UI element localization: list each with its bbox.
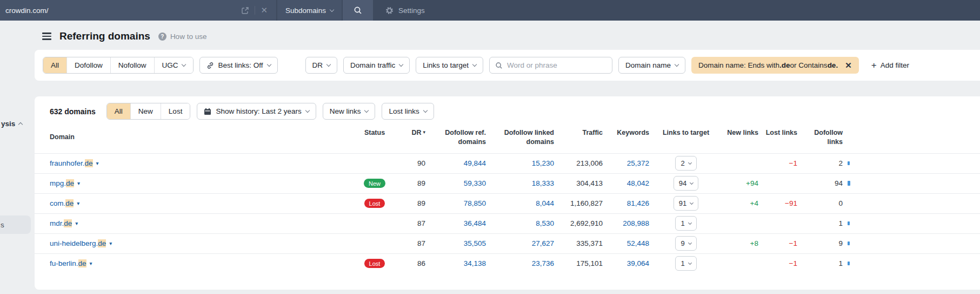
col-dofollow-linked-domains: Dofollow linked domains — [486, 128, 554, 147]
col-keywords: Keywords — [603, 128, 649, 147]
dofollow-linked-domains-cell[interactable]: 8,044 — [486, 199, 554, 207]
dofollow-linked-domains-cell[interactable]: 23,736 — [486, 259, 554, 267]
domain-link[interactable]: uni-heidelberg.de — [50, 239, 106, 247]
domain-caret-icon[interactable]: ▾ — [77, 180, 80, 186]
col-dr[interactable]: DR▾ — [396, 128, 425, 147]
link-type-segment-group: All Dofollow Nofollow UGC — [43, 57, 194, 74]
dofollow-linked-domains-cell[interactable]: 18,333 — [486, 179, 554, 187]
col-bar-spacer — [843, 128, 861, 147]
domain-link[interactable]: fu-berlin.de — [50, 259, 86, 267]
keywords-cell[interactable]: 48,042 — [603, 179, 649, 187]
links-to-target-cell: 91 — [649, 196, 723, 211]
target-url-input[interactable] — [5, 6, 238, 15]
sidebar-item-selected-partial[interactable]: s — [0, 215, 31, 234]
target-url-field[interactable]: ✕ — [0, 0, 276, 21]
keywords-cell[interactable]: 25,372 — [603, 159, 649, 167]
keywords-cell[interactable]: 81,426 — [603, 199, 649, 207]
links-to-target-select[interactable]: 94 — [674, 176, 698, 191]
segment-dofollow[interactable]: Dofollow — [66, 57, 110, 73]
dofollow-ref-domains-cell[interactable]: 49,844 — [425, 159, 486, 167]
scope-dropdown[interactable]: Subdomains — [277, 0, 342, 21]
domain-cell: uni-heidelberg.de ▾ — [50, 239, 353, 247]
dr-cell: 86 — [396, 259, 425, 267]
remove-filter-icon[interactable]: ✕ — [838, 57, 859, 74]
domain-link[interactable]: mdr.de — [50, 219, 72, 227]
domain-cell: com.de ▾ — [50, 199, 353, 207]
search-button[interactable] — [343, 0, 373, 21]
dofollow-links-cell: 9 — [797, 239, 843, 247]
chevron-down-icon — [688, 221, 692, 225]
dofollow-linked-domains-cell[interactable]: 8,530 — [486, 219, 554, 227]
links-to-target-filter-dropdown[interactable]: Links to target — [416, 57, 483, 74]
dofollow-linked-domains-cell[interactable]: 27,627 — [486, 239, 554, 247]
segment-status-new[interactable]: New — [130, 103, 161, 119]
domain-caret-icon[interactable]: ▾ — [77, 200, 79, 206]
domain-traffic-filter-dropdown[interactable]: Domain traffic — [343, 57, 410, 74]
dofollow-ref-domains-cell[interactable]: 34,138 — [425, 259, 486, 267]
dofollow-links-bar — [848, 241, 850, 245]
dr-cell: 89 — [396, 199, 425, 207]
domain-name-filter-dropdown[interactable]: Domain name — [618, 57, 685, 74]
add-filter-button[interactable]: + Add filter — [871, 61, 909, 70]
links-to-target-select[interactable]: 1 — [675, 216, 696, 231]
word-or-phrase-input[interactable] — [507, 61, 606, 69]
links-to-target-select[interactable]: 1 — [675, 256, 696, 271]
domain-caret-icon[interactable]: ▾ — [90, 260, 92, 266]
best-links-dropdown[interactable]: Best links: Off — [199, 57, 278, 74]
dofollow-ref-domains-cell[interactable]: 35,505 — [425, 239, 486, 247]
dofollow-ref-domains-cell[interactable]: 78,850 — [425, 199, 486, 207]
dofollow-links-bar — [848, 262, 850, 265]
traffic-cell: 175,101 — [554, 259, 603, 267]
settings-button[interactable]: Settings — [385, 6, 425, 15]
new-links-cell: +4 — [723, 199, 758, 207]
domain-caret-icon[interactable]: ▾ — [109, 240, 112, 246]
word-or-phrase-search[interactable] — [489, 57, 612, 74]
domain-cell: fraunhofer.de ▾ — [50, 159, 353, 167]
segment-ugc[interactable]: UGC — [154, 57, 193, 73]
links-to-target-select[interactable]: 91 — [674, 196, 698, 211]
segment-all[interactable]: All — [43, 57, 66, 73]
lost-links-cell: −1 — [758, 239, 797, 247]
domain-caret-icon[interactable]: ▾ — [96, 160, 99, 166]
segment-status-all[interactable]: All — [107, 103, 130, 119]
traffic-cell: 1,160,827 — [554, 199, 603, 207]
keywords-cell[interactable]: 39,064 — [603, 259, 649, 267]
scope-dropdown-label: Subdomains — [285, 6, 326, 15]
new-links-dropdown[interactable]: New links — [323, 103, 376, 120]
show-history-dropdown[interactable]: Show history: Last 2 years — [197, 103, 316, 120]
links-to-target-select[interactable]: 9 — [675, 236, 696, 251]
how-to-use-link[interactable]: ? How to use — [158, 32, 207, 41]
dofollow-linked-domains-cell[interactable]: 15,230 — [486, 159, 554, 167]
keywords-cell[interactable]: 52,448 — [603, 239, 649, 247]
dofollow-ref-domains-cell[interactable]: 59,330 — [425, 179, 486, 187]
domain-caret-icon[interactable]: ▾ — [75, 220, 78, 226]
links-to-target-select[interactable]: 2 — [675, 156, 696, 171]
dofollow-links-cell: 2 — [797, 159, 843, 167]
chevron-down-icon — [675, 62, 679, 67]
dr-cell: 87 — [396, 239, 425, 247]
chevron-down-icon — [266, 62, 271, 67]
dr-filter-dropdown[interactable]: DR — [305, 57, 338, 74]
lost-links-dropdown[interactable]: Lost links — [382, 103, 434, 120]
keywords-cell[interactable]: 208,988 — [603, 219, 649, 227]
chevron-up-icon — [18, 122, 23, 127]
segment-nofollow[interactable]: Nofollow — [110, 57, 154, 73]
col-domain: Domain — [50, 128, 353, 147]
chevron-down-icon — [690, 201, 694, 205]
table-card: 632 domains All New Lost Show history: L… — [35, 96, 980, 290]
clear-url-icon[interactable]: ✕ — [257, 5, 271, 15]
traffic-cell: 2,692,910 — [554, 219, 603, 227]
traffic-cell: 304,413 — [554, 179, 603, 187]
menu-icon[interactable] — [42, 32, 51, 40]
domain-link[interactable]: mpg.de — [50, 179, 74, 187]
new-links-cell: +94 — [723, 179, 758, 187]
segment-status-lost[interactable]: Lost — [161, 103, 190, 119]
dofollow-ref-domains-cell[interactable]: 36,484 — [425, 219, 486, 227]
col-lost-links: Lost links — [758, 128, 797, 147]
sidebar-item-analysis-partial[interactable]: ysis — [1, 120, 22, 128]
domain-link[interactable]: fraunhofer.de — [50, 159, 93, 167]
chevron-down-icon — [326, 62, 331, 67]
domain-link[interactable]: com.de — [50, 199, 74, 207]
chevron-down-icon — [688, 161, 692, 165]
open-external-icon[interactable] — [238, 6, 252, 15]
